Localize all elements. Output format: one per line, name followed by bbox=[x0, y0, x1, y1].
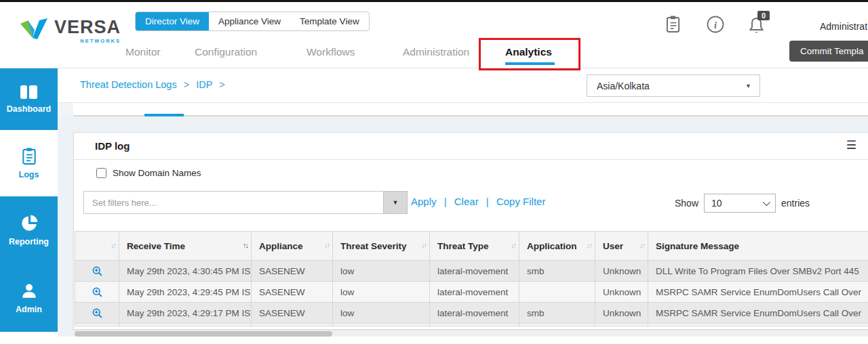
table-header-row: ↓↑ Receive Time↑↓ Appliance↓↑ Threat Sev… bbox=[75, 232, 868, 261]
idp-log-panel: IDP log ☰ Show Domain Names ▼ Apply | Cl… bbox=[73, 132, 868, 330]
log-tab-strip bbox=[73, 103, 868, 116]
show-domain-names-checkbox[interactable] bbox=[96, 168, 106, 178]
sort-icon: ↓↑ bbox=[587, 241, 591, 249]
tab-appliance-view[interactable]: Appliance View bbox=[209, 12, 290, 30]
sidebar-item-logs[interactable]: Logs bbox=[0, 130, 58, 196]
tab-director-view[interactable]: Director View bbox=[136, 12, 209, 30]
show-domain-names-row: Show Domain Names bbox=[96, 168, 201, 178]
column-header-signature-message[interactable]: Signature Message bbox=[648, 232, 868, 261]
breadcrumb-separator: > bbox=[184, 79, 189, 90]
chevron-down-icon: ▼ bbox=[745, 83, 751, 89]
timezone-value: Asia/Kolkata bbox=[597, 81, 650, 91]
brand-name: VERSA bbox=[54, 17, 121, 37]
clipped-table-row bbox=[75, 324, 868, 326]
column-header-receive-time[interactable]: Receive Time↑↓ bbox=[119, 232, 252, 261]
table-row: May 29th 2023, 4:30:45 PM IST SASENEW lo… bbox=[75, 261, 868, 282]
bottom-margin bbox=[58, 337, 868, 344]
filter-actions: Apply | Clear | Copy Filter bbox=[411, 196, 545, 207]
nav-configuration[interactable]: Configuration bbox=[195, 46, 257, 58]
zoom-in-icon bbox=[92, 265, 103, 277]
cell-threat-severity: low bbox=[333, 261, 430, 282]
sidebar-item-dashboard[interactable]: Dashboard bbox=[0, 68, 58, 130]
panel-title: IDP log bbox=[95, 140, 130, 152]
info-icon[interactable]: i bbox=[707, 16, 724, 33]
cell-threat-type: lateral-movement bbox=[430, 261, 519, 282]
nav-monitor[interactable]: Monitor bbox=[125, 46, 161, 58]
table-menu-icon[interactable]: ☰ bbox=[846, 139, 856, 152]
horizontal-scrollbar-thumb[interactable] bbox=[75, 331, 332, 337]
pie-chart-icon bbox=[20, 215, 38, 232]
column-header-threat-severity[interactable]: Threat Severity↓↑ bbox=[333, 232, 430, 261]
tasks-clipboard-icon[interactable] bbox=[665, 15, 681, 33]
cell-appliance: SASENEW bbox=[252, 303, 333, 324]
cell-appliance: SASENEW bbox=[252, 261, 333, 282]
idp-log-table: ↓↑ Receive Time↑↓ Appliance↓↑ Threat Sev… bbox=[75, 231, 868, 326]
commit-template-button[interactable]: Commit Templa bbox=[789, 41, 868, 62]
sidebar-item-reporting[interactable]: Reporting bbox=[0, 196, 58, 264]
entries-select[interactable]: 10 bbox=[704, 194, 776, 213]
separator: | bbox=[486, 196, 489, 207]
row-expand-cell[interactable] bbox=[75, 303, 119, 324]
cell-receive-time: May 29th 2023, 4:29:17 PM IST bbox=[119, 303, 252, 324]
tabstrip-sliver bbox=[58, 103, 73, 116]
cell-receive-time: May 29th 2023, 4:30:45 PM IST bbox=[119, 261, 252, 282]
cell-signature-message: DLL Write To Program Files Over SMBv2 Po… bbox=[648, 261, 868, 282]
show-domain-names-label: Show Domain Names bbox=[113, 168, 201, 178]
cell-receive-time: May 29th 2023, 4:29:45 PM IST bbox=[119, 282, 252, 303]
timezone-select[interactable]: Asia/Kolkata ▼ bbox=[587, 74, 760, 97]
cell-user: Unknown bbox=[595, 261, 648, 282]
column-header-application[interactable]: Application↓↑ bbox=[519, 232, 595, 261]
filter-group: ▼ bbox=[83, 191, 408, 214]
sort-icon: ↓↑ bbox=[511, 241, 515, 249]
user-menu[interactable]: Administrat bbox=[820, 21, 868, 32]
clear-filter-link[interactable]: Clear bbox=[454, 196, 479, 207]
sidebar-item-admin[interactable]: Admin bbox=[0, 264, 58, 332]
breadcrumb-threat-detection-logs[interactable]: Threat Detection Logs bbox=[80, 79, 177, 90]
column-header-user[interactable]: User↓↑ bbox=[595, 232, 648, 261]
cell-signature-message: MSRPC SAMR Service EnumDomUsers Call Ove… bbox=[648, 303, 868, 324]
breadcrumb-idp[interactable]: IDP bbox=[196, 79, 212, 90]
column-header-expand[interactable]: ↓↑ bbox=[75, 232, 119, 261]
svg-text:i: i bbox=[714, 20, 717, 30]
user-icon bbox=[20, 282, 38, 300]
filter-input[interactable] bbox=[83, 191, 383, 214]
column-header-appliance[interactable]: Appliance↓↑ bbox=[252, 232, 333, 261]
sort-icon: ↓↑ bbox=[421, 241, 426, 249]
breadcrumb: Threat Detection Logs > IDP > bbox=[80, 79, 229, 90]
filter-dropdown-button[interactable]: ▼ bbox=[383, 191, 408, 214]
sort-icon: ↓↑ bbox=[111, 241, 115, 249]
row-expand-cell[interactable] bbox=[75, 261, 119, 282]
cell-threat-type: lateral-movement bbox=[430, 282, 519, 303]
cell-application bbox=[519, 282, 595, 303]
top-bar: VERSA NETWORKS Director View Appliance V… bbox=[0, 2, 868, 68]
sort-icon: ↓↑ bbox=[639, 241, 644, 249]
nav-workflows[interactable]: Workflows bbox=[307, 46, 355, 58]
cell-signature-message: MSRPC SAMR Service EnumDomUsers Call Ove… bbox=[648, 282, 868, 303]
cell-user: Unknown bbox=[595, 282, 648, 303]
copy-filter-link[interactable]: Copy Filter bbox=[496, 196, 546, 207]
zoom-in-icon bbox=[92, 307, 103, 319]
apply-filter-link[interactable]: Apply bbox=[411, 196, 437, 207]
row-expand-cell[interactable] bbox=[75, 282, 119, 303]
sidebar-item-label: Logs bbox=[19, 170, 39, 179]
cell-threat-type: lateral-movement bbox=[430, 303, 519, 324]
tab-template-view[interactable]: Template View bbox=[290, 12, 369, 30]
separator: | bbox=[444, 196, 447, 207]
sidebar-item-label: Reporting bbox=[9, 237, 49, 246]
dashboard-icon bbox=[20, 85, 38, 100]
cell-user: Unknown bbox=[595, 303, 648, 324]
column-header-threat-type[interactable]: Threat Type↓↑ bbox=[430, 232, 519, 261]
cell-threat-severity: low bbox=[333, 303, 430, 324]
entries-label: entries bbox=[781, 198, 810, 209]
cell-threat-severity: low bbox=[333, 282, 430, 303]
sidebar: Dashboard Logs Reporting Admin bbox=[0, 68, 58, 332]
show-label: Show bbox=[675, 198, 698, 209]
cell-appliance: SASENEW bbox=[252, 282, 333, 303]
table-row: May 29th 2023, 4:29:45 PM IST SASENEW lo… bbox=[75, 282, 868, 303]
nav-administration[interactable]: Administration bbox=[403, 46, 469, 58]
clipboard-icon bbox=[21, 147, 37, 165]
nav-analytics[interactable]: Analytics bbox=[505, 46, 552, 58]
sort-icon: ↑↓ bbox=[243, 241, 248, 249]
breadcrumb-bar: Threat Detection Logs > IDP > Asia/Kolka… bbox=[58, 68, 868, 103]
cell-application: smb bbox=[519, 261, 595, 282]
